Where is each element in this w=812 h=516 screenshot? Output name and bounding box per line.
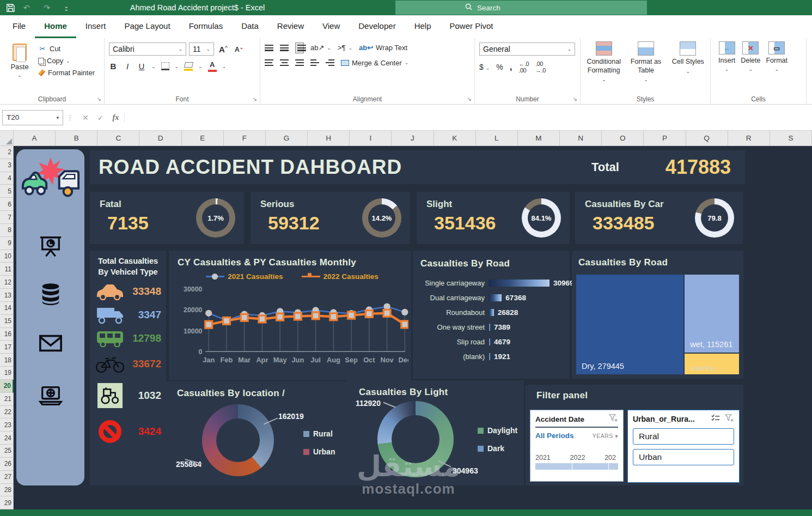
column-header[interactable]: I — [350, 131, 392, 145]
decrease-decimal-icon[interactable]: .00→.0 — [535, 60, 546, 74]
format-cells-button[interactable]: ▭Format⌄ — [766, 41, 787, 93]
row-header[interactable]: 16 — [0, 328, 14, 341]
row-header[interactable]: 19 — [0, 367, 14, 380]
enter-icon[interactable]: ✓ — [97, 113, 104, 122]
column-header[interactable]: L — [476, 131, 518, 145]
column-header[interactable]: F — [224, 131, 266, 145]
light-donut[interactable] — [377, 401, 454, 477]
treemap-block[interactable]: Dry, 279445 — [576, 275, 683, 374]
wrap-text-button[interactable]: ab↩Wrap Text — [359, 44, 407, 52]
row-header[interactable]: 25 — [0, 445, 14, 458]
row-header[interactable]: 5 — [0, 185, 14, 198]
column-header[interactable]: S — [770, 131, 812, 145]
legend-item[interactable]: Daylight — [478, 426, 517, 435]
ribbon-tab[interactable]: Home — [35, 15, 76, 38]
mail-icon[interactable] — [35, 329, 66, 357]
ribbon-tab[interactable]: Developer — [349, 15, 405, 38]
legend-item[interactable]: Dark — [478, 444, 517, 453]
font-dialog-launcher[interactable]: ↘ — [253, 96, 257, 102]
ribbon-tab[interactable]: Help — [405, 15, 441, 38]
alignment-dialog-launcher[interactable]: ↘ — [467, 96, 472, 102]
database-icon[interactable] — [35, 280, 66, 308]
column-header[interactable]: G — [266, 131, 308, 145]
decrease-indent-icon[interactable] — [310, 59, 319, 66]
slicer-option[interactable]: Rural — [633, 428, 734, 445]
legend-item-2022[interactable]: 2022 Casualties — [302, 272, 378, 281]
row-header[interactable]: 18 — [0, 354, 14, 367]
row-header[interactable]: 13 — [0, 289, 14, 302]
row-header[interactable]: 26 — [0, 458, 14, 471]
column-header[interactable]: D — [139, 131, 181, 145]
row-header[interactable]: 8 — [0, 224, 14, 237]
row-header[interactable]: 24 — [0, 432, 14, 445]
row-header[interactable]: 2 — [0, 146, 14, 159]
legend-item[interactable]: Rural — [303, 429, 335, 438]
insert-function-icon[interactable]: fx — [112, 113, 119, 122]
cut-button[interactable]: ✂Cut — [38, 45, 95, 53]
ribbon-tab[interactable]: Formulas — [180, 15, 233, 38]
presentation-icon[interactable] — [35, 232, 66, 260]
increase-decimal-icon[interactable]: ←.0.00 — [518, 60, 529, 74]
row-header[interactable]: 11 — [0, 263, 14, 276]
format-as-table-button[interactable]: Format as Table⌄ — [627, 41, 664, 93]
ribbon-tab[interactable]: Insert — [76, 15, 115, 38]
orientation-button[interactable]: ab↗⌄ — [310, 44, 331, 52]
column-header[interactable]: H — [308, 131, 350, 145]
align-left-icon[interactable] — [265, 59, 273, 66]
row-header[interactable]: 12 — [0, 276, 14, 289]
paste-button[interactable]: Paste ⌄ — [4, 43, 35, 93]
legend-item-2021[interactable]: 2021 Casualties — [206, 272, 283, 281]
number-format-select[interactable]: General⌄ — [479, 43, 575, 56]
bar[interactable] — [489, 353, 490, 360]
borders-button[interactable] — [161, 62, 169, 70]
comma-style-button[interactable]: , — [510, 62, 512, 72]
ribbon-tab[interactable]: Page Layout — [115, 15, 179, 38]
row-header[interactable]: 14 — [0, 302, 14, 315]
underline-button[interactable]: U — [137, 62, 146, 71]
font-name-select[interactable]: Calibri⌄ — [109, 43, 186, 56]
align-right-icon[interactable] — [295, 59, 304, 66]
treemap-block[interactable]: wet, 115261 — [685, 275, 739, 353]
column-header[interactable]: C — [97, 131, 139, 145]
row-header[interactable]: 6 — [0, 198, 14, 211]
fill-color-button[interactable] — [184, 62, 193, 71]
clear-filter-icon[interactable] — [609, 414, 618, 424]
row-header[interactable]: 21 — [0, 393, 14, 406]
column-header[interactable]: O — [602, 131, 644, 145]
column-header[interactable]: K — [434, 131, 476, 145]
location-donut[interactable] — [202, 404, 274, 476]
ribbon-tab[interactable]: View — [313, 15, 349, 38]
row-header[interactable]: 15 — [0, 315, 14, 328]
column-header[interactable]: E — [182, 131, 224, 145]
row-header[interactable]: 28 — [0, 484, 14, 497]
font-color-button[interactable]: A — [208, 60, 217, 72]
format-painter-button[interactable]: Format Painter — [38, 69, 95, 77]
row-header[interactable]: 20 — [0, 380, 14, 393]
copy-button[interactable]: Copy⌄ — [38, 57, 95, 65]
column-header[interactable]: J — [392, 131, 434, 145]
row-header[interactable]: 10 — [0, 250, 14, 263]
row-header[interactable]: 29 — [0, 496, 14, 509]
row-header[interactable]: 22 — [0, 406, 14, 419]
ribbon-tab[interactable]: Data — [232, 15, 268, 38]
bar[interactable] — [489, 309, 494, 316]
bottom-align-icon[interactable] — [295, 43, 304, 53]
ribbon-tab[interactable]: Power Pivot — [441, 15, 503, 38]
middle-align-icon[interactable] — [280, 45, 289, 51]
increase-indent-icon[interactable] — [326, 59, 334, 66]
multi-select-icon[interactable] — [711, 414, 721, 424]
bar[interactable] — [489, 324, 490, 331]
row-header[interactable]: 3 — [0, 159, 14, 172]
bold-button[interactable]: B — [109, 62, 118, 71]
column-header[interactable]: Q — [686, 131, 728, 145]
row-header[interactable]: 9 — [0, 237, 14, 250]
slicer-option[interactable]: Urban — [633, 449, 734, 465]
row-header[interactable]: 27 — [0, 471, 14, 484]
align-center-icon[interactable] — [280, 59, 289, 66]
delete-cells-button[interactable]: ✕Delete⌄ — [741, 41, 760, 93]
column-header[interactable]: A — [14, 131, 56, 145]
italic-button[interactable]: I — [123, 62, 132, 71]
timeline-bar[interactable] — [535, 463, 618, 470]
clipboard-dialog-launcher[interactable]: ↘ — [97, 96, 101, 102]
column-header[interactable]: P — [644, 131, 686, 145]
